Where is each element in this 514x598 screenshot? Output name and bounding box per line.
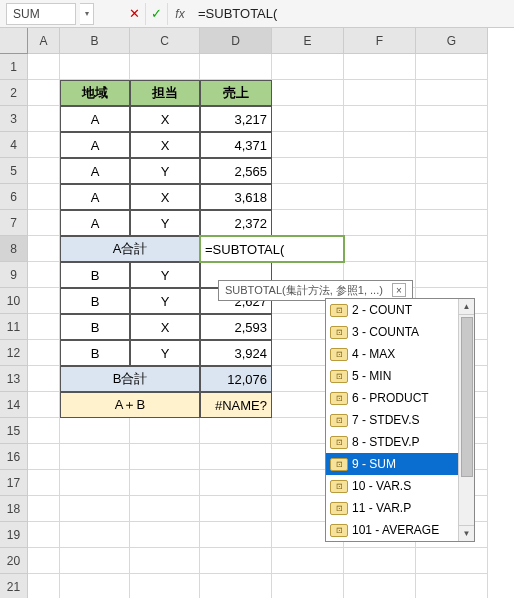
row-11[interactable]: 11	[0, 314, 28, 340]
cell-region[interactable]: B	[60, 288, 130, 314]
cell[interactable]	[130, 418, 200, 444]
col-F[interactable]: F	[344, 28, 416, 54]
name-box[interactable]: SUM	[6, 3, 76, 25]
dropdown-item[interactable]: ⊡6 - PRODUCT	[326, 387, 474, 409]
cell[interactable]	[60, 444, 130, 470]
scroll-thumb[interactable]	[461, 317, 473, 477]
cell[interactable]	[130, 574, 200, 598]
cell[interactable]	[200, 496, 272, 522]
enter-button[interactable]: ✓	[146, 3, 168, 25]
cell[interactable]	[130, 54, 200, 80]
cell[interactable]	[344, 158, 416, 184]
cell[interactable]	[416, 106, 488, 132]
col-A[interactable]: A	[28, 28, 60, 54]
header-sales[interactable]: 売上	[200, 80, 272, 106]
cell[interactable]	[60, 418, 130, 444]
dropdown-item[interactable]: ⊡9 - SUM	[326, 453, 474, 475]
cell[interactable]	[28, 444, 60, 470]
cell[interactable]	[344, 184, 416, 210]
cell[interactable]	[416, 54, 488, 80]
cell[interactable]	[344, 210, 416, 236]
cell[interactable]	[416, 132, 488, 158]
row-18[interactable]: 18	[0, 496, 28, 522]
cell[interactable]	[416, 548, 488, 574]
cell[interactable]	[60, 574, 130, 598]
row-13[interactable]: 13	[0, 366, 28, 392]
row-3[interactable]: 3	[0, 106, 28, 132]
header-rep[interactable]: 担当	[130, 80, 200, 106]
cell[interactable]	[272, 132, 344, 158]
dropdown-item[interactable]: ⊡8 - STDEV.P	[326, 431, 474, 453]
subtotal-b-label[interactable]: B合計	[60, 366, 200, 392]
subtotal-b-value[interactable]: 12,076	[200, 366, 272, 392]
cell[interactable]	[28, 262, 60, 288]
cell-region[interactable]: A	[60, 184, 130, 210]
cell[interactable]	[272, 184, 344, 210]
scrollbar[interactable]: ▲ ▼	[458, 299, 474, 541]
fx-icon[interactable]: fx	[168, 7, 192, 21]
col-D[interactable]: D	[200, 28, 272, 54]
cell-rep[interactable]: Y	[130, 158, 200, 184]
cell-region[interactable]: A	[60, 106, 130, 132]
cell[interactable]	[272, 106, 344, 132]
subtotal-a-label[interactable]: A合計	[60, 236, 200, 262]
cell-sales[interactable]: 3,618	[200, 184, 272, 210]
cancel-button[interactable]: ✕	[124, 3, 146, 25]
cell-sales[interactable]: 3,924	[200, 340, 272, 366]
cell[interactable]	[28, 470, 60, 496]
total-label[interactable]: A＋B	[60, 392, 200, 418]
cell[interactable]	[200, 444, 272, 470]
col-C[interactable]: C	[130, 28, 200, 54]
cell-sales[interactable]: 3,217	[200, 106, 272, 132]
cell[interactable]	[130, 496, 200, 522]
cell[interactable]	[28, 496, 60, 522]
select-all-corner[interactable]	[0, 28, 28, 54]
row-21[interactable]: 21	[0, 574, 28, 598]
row-6[interactable]: 6	[0, 184, 28, 210]
dropdown-item[interactable]: ⊡11 - VAR.P	[326, 497, 474, 519]
row-7[interactable]: 7	[0, 210, 28, 236]
cell[interactable]	[200, 54, 272, 80]
cell-rep[interactable]: Y	[130, 262, 200, 288]
cell[interactable]	[272, 158, 344, 184]
cell[interactable]	[344, 574, 416, 598]
dropdown-item[interactable]: ⊡10 - VAR.S	[326, 475, 474, 497]
cell[interactable]	[28, 366, 60, 392]
cell-rep[interactable]: X	[130, 184, 200, 210]
cell[interactable]	[200, 548, 272, 574]
cell[interactable]	[28, 236, 60, 262]
cell[interactable]	[416, 262, 488, 288]
row-14[interactable]: 14	[0, 392, 28, 418]
total-value[interactable]: #NAME?	[200, 392, 272, 418]
cell[interactable]	[416, 158, 488, 184]
row-20[interactable]: 20	[0, 548, 28, 574]
cell-rep[interactable]: Y	[130, 340, 200, 366]
cell[interactable]	[28, 106, 60, 132]
cell-region[interactable]: A	[60, 132, 130, 158]
cell[interactable]	[344, 80, 416, 106]
subtotal-a-value-editing[interactable]: =SUBTOTAL(	[200, 236, 344, 262]
col-G[interactable]: G	[416, 28, 488, 54]
cell[interactable]	[28, 314, 60, 340]
row-4[interactable]: 4	[0, 132, 28, 158]
row-12[interactable]: 12	[0, 340, 28, 366]
cell[interactable]	[60, 496, 130, 522]
dropdown-item[interactable]: ⊡3 - COUNTA	[326, 321, 474, 343]
cell[interactable]	[130, 470, 200, 496]
cell[interactable]	[272, 574, 344, 598]
cell[interactable]	[200, 470, 272, 496]
cell-region[interactable]: B	[60, 314, 130, 340]
cell-sales[interactable]: 2,593	[200, 314, 272, 340]
row-19[interactable]: 19	[0, 522, 28, 548]
cell[interactable]	[416, 574, 488, 598]
cell[interactable]	[130, 444, 200, 470]
cell[interactable]	[344, 132, 416, 158]
row-2[interactable]: 2	[0, 80, 28, 106]
cell[interactable]	[60, 54, 130, 80]
cell[interactable]	[416, 236, 488, 262]
cell-region[interactable]: B	[60, 262, 130, 288]
row-8[interactable]: 8	[0, 236, 28, 262]
row-9[interactable]: 9	[0, 262, 28, 288]
cell-sales[interactable]: 2,372	[200, 210, 272, 236]
cell-sales[interactable]: 2,565	[200, 158, 272, 184]
